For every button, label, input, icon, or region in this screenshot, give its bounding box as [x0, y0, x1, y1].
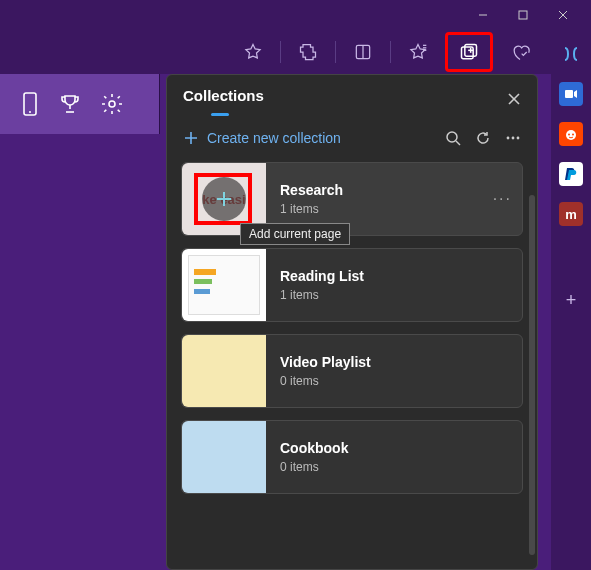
svg-point-33	[512, 137, 515, 140]
svg-point-17	[29, 111, 31, 113]
collection-count: 1 items	[280, 202, 479, 216]
close-button[interactable]	[543, 0, 583, 30]
svg-point-34	[517, 137, 520, 140]
plus-icon	[183, 130, 199, 146]
panel-close-button[interactable]	[507, 92, 521, 106]
collection-row[interactable]: Video Playlist 0 items	[181, 334, 523, 408]
svg-rect-21	[565, 90, 573, 98]
toolbar-separator	[390, 41, 391, 63]
create-collection-label: Create new collection	[207, 130, 341, 146]
trophy-icon[interactable]	[58, 92, 82, 116]
collection-thumbnail	[182, 335, 266, 407]
settings-gear-icon[interactable]	[100, 92, 124, 116]
collection-info: Video Playlist 0 items	[280, 354, 512, 388]
svg-point-20	[109, 101, 115, 107]
collection-list: ke easi Add current page Research 1 item…	[167, 154, 537, 504]
edge-sidebar: m +	[551, 30, 591, 570]
sidebar-add-button[interactable]: +	[559, 288, 583, 312]
collection-row[interactable]: ke easi Add current page Research 1 item…	[181, 162, 523, 236]
reddit-app-icon[interactable]	[559, 122, 583, 146]
collections-panel: Collections Create new collection ke eas…	[166, 74, 538, 570]
svg-point-32	[507, 137, 510, 140]
panel-actions	[445, 130, 521, 146]
collection-info: Reading List 1 items	[280, 268, 512, 302]
favorite-star-button[interactable]	[236, 35, 270, 69]
add-page-tooltip: Add current page	[240, 223, 350, 245]
toolbar-separator	[280, 41, 281, 63]
panel-header: Collections	[167, 75, 537, 116]
collection-name: Video Playlist	[280, 354, 512, 370]
paypal-app-icon[interactable]	[559, 162, 583, 186]
collection-count: 0 items	[280, 374, 512, 388]
collection-thumbnail	[182, 421, 266, 493]
collection-info: Research 1 items	[280, 182, 479, 216]
m-app-icon[interactable]: m	[559, 202, 583, 226]
add-current-page-button[interactable]	[202, 177, 246, 221]
svg-marker-22	[574, 90, 577, 98]
collections-button-highlight	[445, 32, 493, 72]
collection-count: 0 items	[280, 460, 512, 474]
panel-title: Collections	[183, 87, 264, 110]
collection-name: Reading List	[280, 268, 512, 284]
zoom-app-icon[interactable]	[559, 82, 583, 106]
mobile-icon[interactable]	[20, 91, 40, 117]
page-left-toolbar	[0, 74, 160, 134]
copilot-icon[interactable]	[559, 42, 583, 66]
split-screen-button[interactable]	[346, 35, 380, 69]
collection-thumbnail	[182, 249, 266, 321]
refresh-button[interactable]	[475, 130, 491, 146]
panel-scrollbar[interactable]	[529, 195, 535, 555]
svg-point-25	[572, 134, 574, 136]
collection-count: 1 items	[280, 288, 512, 302]
svg-rect-1	[519, 11, 527, 19]
minimize-button[interactable]	[463, 0, 503, 30]
extensions-button[interactable]	[291, 35, 325, 69]
favorites-button[interactable]	[401, 35, 435, 69]
toolbar-separator	[335, 41, 336, 63]
search-button[interactable]	[445, 130, 461, 146]
svg-line-31	[456, 141, 460, 145]
browser-toolbar	[0, 30, 591, 74]
collections-button[interactable]	[459, 42, 479, 62]
collection-info: Cookbook 0 items	[280, 440, 512, 474]
panel-subheader: Create new collection	[167, 116, 537, 154]
svg-point-24	[568, 134, 570, 136]
window-titlebar	[0, 0, 591, 30]
browser-essentials-button[interactable]	[503, 35, 537, 69]
svg-point-23	[566, 130, 576, 140]
svg-point-30	[447, 132, 457, 142]
collection-row[interactable]: Reading List 1 items	[181, 248, 523, 322]
maximize-button[interactable]	[503, 0, 543, 30]
panel-more-button[interactable]	[505, 130, 521, 146]
collection-name: Research	[280, 182, 479, 198]
collection-row[interactable]: Cookbook 0 items	[181, 420, 523, 494]
create-collection-link[interactable]: Create new collection	[183, 130, 341, 146]
collection-more-button[interactable]: ···	[493, 190, 512, 208]
collection-name: Cookbook	[280, 440, 512, 456]
